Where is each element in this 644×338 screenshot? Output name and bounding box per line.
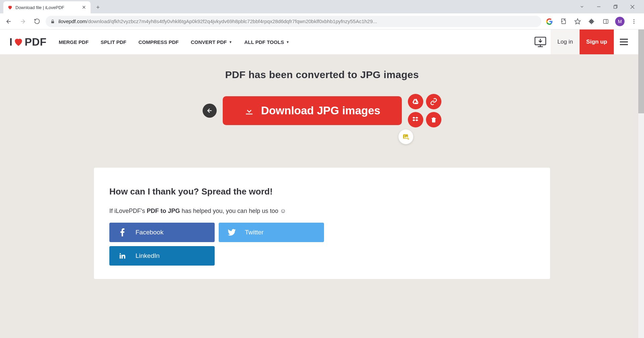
signup-button[interactable]: Sign up — [580, 30, 614, 54]
go-back-button[interactable] — [203, 104, 217, 118]
forward-button[interactable] — [17, 16, 28, 27]
star-icon[interactable] — [573, 17, 582, 26]
tab-title: Download file | iLovePDF — [15, 5, 81, 10]
share-twitter-button[interactable]: Twitter — [219, 223, 324, 242]
svg-marker-7 — [575, 18, 581, 24]
close-icon[interactable]: ✕ — [81, 5, 87, 10]
site-header: I PDF MERGE PDF SPLIT PDF COMPRESS PDF C… — [0, 30, 644, 54]
image-icon — [402, 133, 410, 140]
svg-point-10 — [634, 19, 635, 20]
desktop-app-icon[interactable] — [530, 30, 551, 54]
file-preview-button[interactable] — [398, 129, 413, 144]
main-nav: MERGE PDF SPLIT PDF COMPRESS PDF CONVERT… — [59, 39, 289, 45]
profile-avatar[interactable]: M — [615, 17, 625, 26]
window-controls — [570, 0, 644, 13]
nav-convert[interactable]: CONVERT PDF ▼ — [191, 39, 232, 45]
heart-icon — [7, 5, 13, 10]
google-search-icon[interactable] — [545, 17, 554, 26]
scrollbar-thumb[interactable] — [638, 30, 644, 113]
twitter-label: Twitter — [245, 229, 264, 236]
hamburger-menu-icon[interactable] — [614, 30, 634, 54]
sidepanel-icon[interactable] — [601, 17, 610, 26]
svg-rect-8 — [603, 19, 608, 23]
save-dropbox-button[interactable] — [408, 112, 423, 127]
nav-all-tools[interactable]: ALL PDF TOOLS ▼ — [244, 39, 289, 45]
heart-icon — [13, 37, 24, 47]
facebook-label: Facebook — [136, 229, 163, 236]
nav-split[interactable]: SPLIT PDF — [101, 39, 126, 45]
extensions-icon[interactable] — [587, 17, 596, 26]
download-icon — [244, 106, 254, 116]
download-row: Download JPG images — [0, 94, 644, 127]
svg-point-11 — [634, 21, 635, 22]
spread-word-panel: How can I thank you? Spread the word! If… — [94, 168, 550, 279]
window-close-icon[interactable] — [627, 2, 637, 12]
page-headline: PDF has been converted to JPG images — [0, 69, 644, 80]
share-linkedin-button[interactable]: LinkedIn — [109, 246, 215, 266]
facebook-icon — [109, 228, 136, 236]
save-google-drive-button[interactable] — [408, 94, 423, 109]
reload-button[interactable] — [32, 16, 42, 27]
svg-point-12 — [634, 22, 635, 23]
chevron-down-icon: ▼ — [286, 40, 289, 44]
browser-tab-bar: Download file | iLovePDF ✕ + — [0, 0, 644, 13]
logo-left: I — [9, 36, 12, 48]
svg-rect-1 — [614, 6, 616, 8]
browser-tab[interactable]: Download file | iLovePDF ✕ — [3, 1, 91, 13]
download-button[interactable]: Download JPG images — [223, 96, 402, 125]
linkedin-label: LinkedIn — [136, 252, 160, 260]
back-button[interactable] — [3, 16, 14, 27]
svg-rect-6 — [51, 21, 54, 23]
linkedin-icon — [109, 252, 136, 260]
copy-link-button[interactable] — [426, 94, 441, 109]
lock-icon — [50, 19, 55, 24]
new-tab-button[interactable]: + — [93, 3, 103, 12]
main-area: PDF has been converted to JPG images Dow… — [0, 54, 644, 279]
logo[interactable]: I PDF — [9, 36, 47, 48]
page-content: I PDF MERGE PDF SPLIT PDF COMPRESS PDF C… — [0, 30, 644, 338]
logo-right: PDF — [24, 36, 47, 48]
browser-toolbar: ilovepdf.com/download/qfkh2vyzbcz7m4yh8s… — [0, 13, 644, 30]
url-text: ilovepdf.com/download/qfkh2vyzbcz7m4yh8s… — [58, 18, 377, 24]
chevron-down-icon[interactable] — [577, 2, 587, 12]
share-icon[interactable] — [559, 17, 568, 26]
maximize-icon[interactable] — [610, 2, 621, 12]
login-button[interactable]: Log in — [551, 30, 580, 54]
nav-compress[interactable]: COMPRESS PDF — [139, 39, 179, 45]
scrollbar-track[interactable] — [638, 30, 644, 338]
share-facebook-button[interactable]: Facebook — [109, 223, 215, 242]
nav-merge[interactable]: MERGE PDF — [59, 39, 89, 45]
spread-text: If iLovePDF's PDF to JPG has helped you,… — [109, 208, 535, 215]
svg-point-22 — [404, 135, 405, 136]
twitter-icon — [219, 229, 245, 236]
kebab-menu-icon[interactable] — [629, 17, 639, 26]
download-label: Download JPG images — [261, 104, 380, 117]
address-bar[interactable]: ilovepdf.com/download/qfkh2vyzbcz7m4yh8s… — [46, 16, 541, 27]
chevron-down-icon: ▼ — [229, 40, 232, 44]
delete-button[interactable] — [426, 112, 441, 127]
spread-title: How can I thank you? Spread the word! — [109, 186, 535, 197]
minimize-icon[interactable] — [594, 2, 604, 12]
